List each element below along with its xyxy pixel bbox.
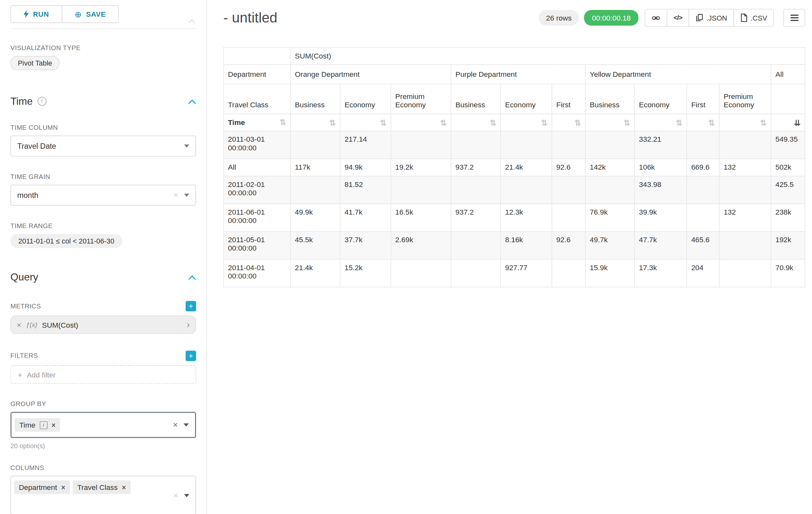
sort-icon[interactable]: ⇅	[440, 118, 446, 126]
info-icon[interactable]: i	[39, 421, 47, 429]
column-sorter[interactable]: ⇅	[635, 114, 687, 131]
time-axis-cell[interactable]: Time⇅	[223, 114, 290, 131]
csv-button-label: .CSV	[751, 14, 767, 22]
hamburger-icon	[790, 15, 798, 21]
value-cell	[719, 176, 771, 204]
value-cell: 192k	[771, 232, 805, 259]
column-sorter[interactable]: ⇅	[391, 114, 451, 131]
column-sorter[interactable]: ⇅	[290, 114, 340, 131]
value-cell: 21.4k	[290, 259, 340, 287]
sort-icon[interactable]: ⇅	[574, 118, 581, 126]
rows-count-badge: 26 rows	[539, 10, 579, 26]
clear-all-icon[interactable]: ×	[173, 491, 178, 499]
sort-icon[interactable]: ⇅	[760, 118, 766, 126]
column-sorter[interactable]: ⇊	[771, 114, 805, 131]
column-sorter[interactable]: ⇅	[340, 114, 391, 131]
value-cell	[719, 259, 771, 287]
value-cell	[687, 131, 719, 159]
chevron-up-icon[interactable]	[188, 97, 196, 106]
time-grain-select[interactable]: month ×	[10, 185, 196, 206]
columns-pill-travel-class[interactable]: Travel Class ×	[72, 481, 130, 494]
sort-icon[interactable]: ⇅	[708, 118, 715, 126]
columns-select[interactable]: Department × Travel Class × ×	[10, 476, 196, 514]
pivot-table-container: SUM(Cost)DepartmentOrange DepartmentPurp…	[223, 47, 805, 288]
file-icon	[740, 13, 748, 22]
visualization-type-pill[interactable]: Pivot Table	[10, 56, 60, 70]
value-cell: 47.7k	[635, 232, 687, 259]
value-cell: 502k	[771, 159, 805, 176]
department-axis-cell: Department	[223, 64, 290, 84]
value-cell: 132	[719, 159, 771, 176]
remove-pill-icon[interactable]: ×	[52, 421, 56, 429]
view-query-button[interactable]: </>	[667, 9, 689, 27]
chevron-up-icon[interactable]	[189, 16, 195, 25]
remove-metric-icon[interactable]: ×	[17, 320, 21, 329]
column-sorter[interactable]: ⇅	[719, 114, 771, 131]
add-metric-button[interactable]: +	[185, 301, 196, 312]
metric-value: SUM(Cost)	[42, 321, 78, 329]
time-section-header[interactable]: Time i	[10, 95, 196, 107]
download-csv-button[interactable]: .CSV	[733, 9, 774, 27]
clear-all-icon[interactable]: ×	[173, 421, 178, 429]
sort-row: Time⇅⇅⇅⇅⇅⇅⇅⇅⇅⇅⇅⇊	[223, 114, 805, 131]
value-cell	[585, 176, 635, 204]
chevron-down-icon	[183, 424, 189, 427]
sort-icon[interactable]: ⇅	[280, 118, 286, 126]
save-button[interactable]: ⊕ SAVE	[62, 5, 119, 23]
value-cell	[451, 176, 501, 204]
sort-icon[interactable]: ⇅	[675, 118, 682, 126]
value-cell	[501, 176, 552, 204]
time-range-pill[interactable]: 2011-01-01 ≤ col < 2011-06-30	[10, 234, 122, 248]
value-cell: 117k	[290, 159, 340, 176]
row-label-cell: 2011-03-01 00:00:00	[223, 131, 290, 159]
value-cell	[391, 176, 451, 204]
column-sorter[interactable]: ⇅	[501, 114, 552, 131]
row-label-cell: All	[223, 159, 290, 176]
column-sorter[interactable]: ⇅	[687, 114, 719, 131]
value-cell: 92.6	[552, 232, 585, 259]
travel-class-cell	[771, 84, 805, 114]
time-column-select[interactable]: Travel Date	[10, 136, 196, 157]
column-sorter[interactable]: ⇅	[552, 114, 585, 131]
column-sorter[interactable]: ⇅	[585, 114, 635, 131]
add-filter-plus-button[interactable]: +	[185, 350, 196, 361]
query-section-header[interactable]: Query	[10, 271, 196, 283]
sort-desc-icon[interactable]: ⇊	[794, 118, 801, 126]
value-cell: 238k	[771, 204, 805, 232]
table-row: All117k94.9k19.2k937.221.4k92.6142k106k6…	[223, 159, 805, 176]
sort-icon[interactable]: ⇅	[490, 118, 496, 126]
remove-pill-icon[interactable]: ×	[61, 483, 65, 491]
table-row: 2011-04-01 00:00:0021.4k15.2k927.7715.9k…	[223, 259, 805, 287]
download-json-button[interactable]: .JSON	[689, 9, 734, 27]
sort-icon[interactable]: ⇅	[541, 118, 547, 126]
department-group-cell: Yellow Department	[585, 64, 771, 84]
sort-icon[interactable]: ⇅	[624, 118, 630, 126]
info-icon[interactable]: i	[37, 97, 47, 106]
add-filter-button[interactable]: + Add filter	[10, 365, 196, 384]
value-cell: 217.14	[340, 131, 391, 159]
row-label-cell: 2011-04-01 00:00:00	[223, 259, 290, 287]
copy-link-button[interactable]	[645, 9, 667, 27]
value-cell: 937.2	[451, 204, 501, 232]
sort-icon[interactable]: ⇅	[380, 118, 386, 126]
run-button[interactable]: RUN	[10, 5, 62, 23]
chevron-right-icon[interactable]: ›	[187, 319, 190, 330]
column-sorter[interactable]: ⇅	[451, 114, 501, 131]
time-grain-value: month	[17, 191, 38, 199]
value-cell: 76.9k	[585, 204, 635, 232]
lightning-icon	[23, 10, 29, 18]
travel-class-axis-cell: Travel Class	[223, 84, 290, 114]
metric-header-cell: SUM(Cost)	[290, 47, 805, 64]
chevron-up-icon[interactable]	[188, 272, 196, 282]
run-save-button-group: RUN ⊕ SAVE	[10, 5, 119, 23]
department-group-cell: All	[771, 64, 805, 84]
group-by-pill-time[interactable]: Time i ×	[15, 418, 60, 432]
time-column-value: Travel Date	[17, 142, 56, 150]
clear-icon[interactable]: ×	[173, 191, 178, 199]
menu-button[interactable]	[783, 9, 805, 27]
sort-icon[interactable]: ⇅	[329, 118, 336, 126]
group-by-select[interactable]: Time i × ×	[10, 412, 196, 438]
columns-pill-department[interactable]: Department ×	[14, 481, 70, 494]
metric-pill[interactable]: × ƒ(x) SUM(Cost) ›	[10, 316, 196, 334]
remove-pill-icon[interactable]: ×	[122, 483, 126, 491]
